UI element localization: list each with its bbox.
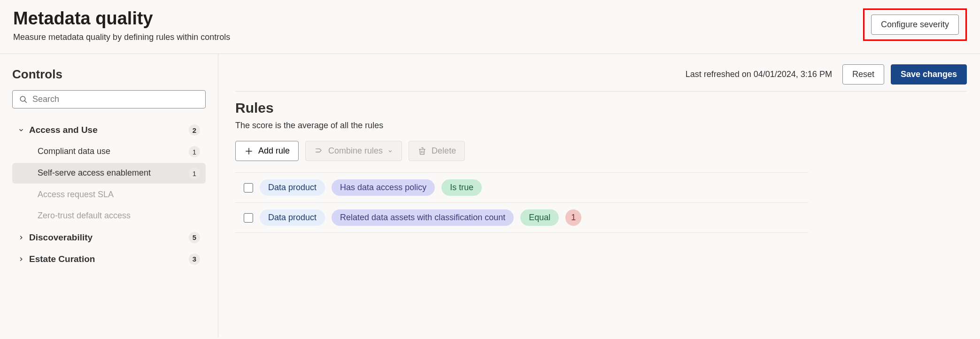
reset-button[interactable]: Reset (842, 64, 884, 85)
svg-line-1 (24, 100, 27, 103)
trash-icon (417, 146, 427, 156)
count-badge: 2 (189, 124, 200, 136)
count-badge: 3 (189, 254, 200, 265)
tree-item-zero-trust[interactable]: Zero-trust default access (12, 206, 206, 226)
save-changes-button[interactable]: Save changes (891, 64, 967, 85)
tree-group-label: Estate Curation (29, 254, 184, 264)
add-rule-button[interactable]: Add rule (235, 141, 299, 161)
delete-label: Delete (432, 146, 456, 156)
svg-point-0 (20, 96, 25, 101)
rule-entity-pill: Data product (260, 179, 325, 196)
add-rule-label: Add rule (258, 146, 290, 156)
count-badge: 5 (189, 232, 200, 243)
sidebar-title: Controls (12, 67, 206, 82)
controls-sidebar: Controls Access and Use 2 Compliant data… (0, 54, 218, 338)
rules-subtitle: The score is the average of all the rule… (235, 121, 967, 131)
search-field[interactable] (12, 90, 206, 108)
rule-operator-pill: Is true (441, 179, 482, 196)
rule-property-pill: Has data access policy (332, 179, 435, 196)
tree-item-self-serve-access[interactable]: Self-serve access enablement 1 (12, 163, 206, 184)
rule-entity-pill: Data product (260, 209, 325, 226)
rules-toolbar: Add rule Combine rules Delete (235, 141, 967, 161)
rule-checkbox[interactable] (244, 183, 253, 193)
content-topbar: Last refreshed on 04/01/2024, 3:16 PM Re… (235, 64, 967, 92)
combine-rules-button[interactable]: Combine rules (305, 141, 402, 161)
rule-operator-pill: Equal (520, 209, 559, 226)
tree-group-discoverability[interactable]: Discoverability 5 (12, 227, 206, 248)
rule-list: Data product Has data access policy Is t… (235, 172, 808, 233)
chevron-right-icon (18, 256, 24, 262)
controls-tree: Access and Use 2 Compliant data use 1 Se… (12, 120, 206, 270)
tree-item-label: Zero-trust default access (38, 210, 200, 221)
combine-rules-label: Combine rules (328, 146, 383, 156)
search-icon (19, 95, 28, 104)
chevron-down-icon (18, 127, 24, 133)
rule-row[interactable]: Data product Related data assets with cl… (235, 203, 808, 233)
tree-item-label: Compliant data use (38, 146, 184, 157)
tree-group-label: Discoverability (29, 232, 184, 243)
rule-row[interactable]: Data product Has data access policy Is t… (235, 172, 808, 203)
rule-value-pill: 1 (565, 209, 581, 226)
page-header: Metadata quality Measure metadata qualit… (0, 0, 980, 54)
rule-checkbox[interactable] (244, 213, 253, 223)
chevron-down-icon (387, 148, 393, 154)
count-badge: 1 (189, 146, 200, 157)
tree-item-label: Access request SLA (38, 189, 200, 200)
page-title-block: Metadata quality Measure metadata qualit… (13, 8, 230, 42)
tree-item-compliant-data-use[interactable]: Compliant data use 1 (12, 141, 206, 162)
search-input[interactable] (32, 94, 199, 104)
rules-title: Rules (235, 100, 967, 116)
delete-button[interactable]: Delete (409, 141, 465, 161)
rule-property-pill: Related data assets with classification … (332, 209, 514, 226)
main-split: Controls Access and Use 2 Compliant data… (0, 54, 980, 338)
configure-severity-button[interactable]: Configure severity (871, 15, 959, 35)
page-title: Metadata quality (13, 8, 230, 29)
tree-item-access-request-sla[interactable]: Access request SLA (12, 185, 206, 205)
tree-group-access-and-use[interactable]: Access and Use 2 (12, 120, 206, 140)
rules-section: Rules The score is the average of all th… (235, 92, 967, 233)
chevron-right-icon (18, 234, 24, 241)
page-subtitle: Measure metadata quality by defining rul… (13, 32, 230, 42)
combine-icon (314, 146, 324, 156)
tree-item-label: Self-serve access enablement (38, 168, 184, 178)
plus-icon (244, 146, 254, 156)
last-refreshed-text: Last refreshed on 04/01/2024, 3:16 PM (686, 69, 832, 79)
count-badge: 1 (189, 168, 200, 179)
tree-group-label: Access and Use (29, 125, 184, 135)
configure-severity-highlight: Configure severity (863, 8, 967, 41)
rules-pane: Last refreshed on 04/01/2024, 3:16 PM Re… (218, 54, 980, 338)
tree-group-estate-curation[interactable]: Estate Curation 3 (12, 249, 206, 270)
